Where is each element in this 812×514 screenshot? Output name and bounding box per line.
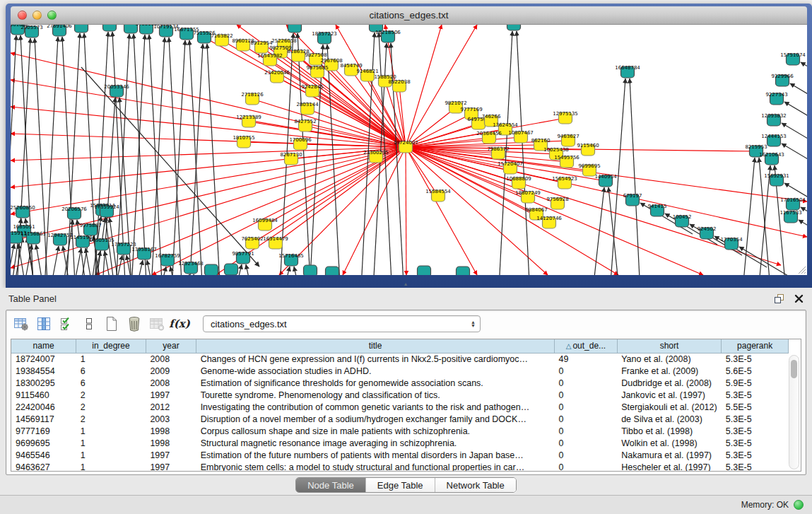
network-canvas[interactable]: 9361862290557327691406209055731085328715… xyxy=(11,25,807,275)
graph-node[interactable]: 12923468 xyxy=(178,261,204,274)
graph-node[interactable]: 100452 xyxy=(673,214,692,228)
graph-node[interactable]: 20387682 xyxy=(501,25,526,30)
table-cell[interactable]: 22420046 xyxy=(11,401,76,413)
graph-node[interactable]: 14120746 xyxy=(536,216,562,229)
table-cell[interactable]: Genome-wide association studies in ADHD. xyxy=(196,365,555,377)
new-table-icon[interactable] xyxy=(102,315,121,333)
graph-node[interactable]: 15654923 xyxy=(552,176,577,189)
table-cell[interactable]: 1998 xyxy=(146,425,196,437)
graph-node[interactable]: 1167533 xyxy=(779,210,801,223)
table-cell[interactable]: 1997 xyxy=(146,389,196,401)
table-cell[interactable]: 0 xyxy=(555,365,618,377)
table-row[interactable]: 1872400712008Changes of HCN gene express… xyxy=(11,353,789,365)
table-cell[interactable]: 2 xyxy=(76,413,146,425)
table-cell[interactable]: Changes of HCN gene expression and I(f) … xyxy=(196,353,555,365)
table-cell[interactable]: 5.3E-5 xyxy=(722,413,789,425)
table-cell[interactable]: 6 xyxy=(76,377,146,389)
table-cell[interactable]: 1997 xyxy=(146,461,196,472)
table-cell[interactable]: 2009 xyxy=(146,365,196,377)
table-cell[interactable]: 1998 xyxy=(146,437,196,449)
column-header-pagerank[interactable]: pagerank xyxy=(722,339,789,353)
table-cell[interactable]: 5.3E-5 xyxy=(722,425,789,437)
graph-node[interactable]: 7163822 xyxy=(211,33,233,47)
table-cell[interactable]: 9699695 xyxy=(11,437,76,449)
graph-node[interactable] xyxy=(457,267,470,275)
tab-edge-table[interactable]: Edge Table xyxy=(365,478,435,492)
table-cell[interactable]: de Silva et al. (2003) xyxy=(617,413,722,425)
table-cell[interactable]: 0 xyxy=(555,413,618,425)
graph-node[interactable]: 924502 xyxy=(698,226,717,240)
table-cell[interactable]: Estimation of the future numbers of pati… xyxy=(196,449,555,461)
table-cell[interactable]: 18300295 xyxy=(11,377,76,389)
graph-node[interactable]: 18807249 xyxy=(515,190,541,204)
table-cell[interactable]: Investigating the contribution of common… xyxy=(196,401,555,413)
table-cell[interactable]: Tibbo et al. (1998) xyxy=(617,425,722,437)
graph-node[interactable]: 7625402 xyxy=(241,236,263,250)
table-cell[interactable]: Embryonic stem cells: a model to study s… xyxy=(196,461,555,472)
table-cell[interactable]: Tourette syndrome. Phenomenology and cla… xyxy=(196,389,555,401)
table-row[interactable]: 1830029562008Estimation of significance … xyxy=(11,377,789,389)
select-rows-icon[interactable] xyxy=(57,315,76,333)
table-vertical-scrollbar[interactable] xyxy=(789,355,799,469)
table-row[interactable]: 946554611997Estimation of the future num… xyxy=(11,449,789,461)
graph-node[interactable]: 10688809 xyxy=(506,176,531,189)
table-cell[interactable]: 1 xyxy=(76,353,146,365)
graph-node[interactable]: 23420046 xyxy=(264,70,290,83)
table-cell[interactable]: 49 xyxy=(555,353,618,365)
table-cell[interactable]: 5.3E-5 xyxy=(722,389,789,401)
table-cell[interactable]: 0 xyxy=(555,401,618,413)
graph-node[interactable]: 1440954 xyxy=(594,174,617,187)
row-height-icon[interactable] xyxy=(80,315,98,333)
table-cell[interactable]: 0 xyxy=(555,449,618,461)
graph-node[interactable] xyxy=(418,266,431,275)
table-cell[interactable]: 5.3E-5 xyxy=(722,461,789,472)
select-columns-icon[interactable] xyxy=(35,315,53,333)
table-cell[interactable]: Jankovic et al. (1997) xyxy=(617,389,722,401)
table-cell[interactable]: 0 xyxy=(555,389,618,401)
graph-node[interactable]: 9875685 xyxy=(306,65,328,78)
table-cell[interactable]: 5.5E-5 xyxy=(722,401,789,413)
table-cell[interactable]: Structural magnetic resonance image aver… xyxy=(196,437,555,449)
graph-node[interactable]: 15584554 xyxy=(425,189,451,202)
graph-node[interactable]: 16210643 xyxy=(759,152,784,165)
graph-node[interactable]: 16648784 xyxy=(615,65,640,78)
graph-node[interactable] xyxy=(304,265,317,275)
graph-node[interactable]: 9227343 xyxy=(765,92,787,105)
graph-node[interactable]: 9463627 xyxy=(557,134,579,147)
table-cell[interactable]: 0 xyxy=(555,377,618,389)
column-header-title[interactable]: title xyxy=(196,339,555,353)
delete-attributes-icon[interactable] xyxy=(125,315,143,333)
table-cell[interactable]: Disruption of a novel member of a sodium… xyxy=(196,413,555,425)
table-source-dropdown[interactable]: citations_edges.txt ▲▼ xyxy=(203,315,481,332)
graph-node[interactable] xyxy=(326,267,339,275)
table-cell[interactable]: 2 xyxy=(76,401,146,413)
close-panel-icon[interactable] xyxy=(794,294,804,303)
graph-node[interactable]: 2803144 xyxy=(296,102,319,115)
table-cell[interactable]: Estimation of significance thresholds fo… xyxy=(196,377,555,389)
graph-node[interactable]: 25260850 xyxy=(11,205,35,218)
table-row[interactable]: 969969511998Structural magnetic resonanc… xyxy=(11,437,789,449)
table-cell[interactable]: 9115460 xyxy=(11,389,76,401)
graph-node[interactable]: 10807467 xyxy=(508,130,534,144)
table-row[interactable]: 977716911998Corpus callosum shape and si… xyxy=(11,425,789,437)
table-cell[interactable]: Corpus callosum shape and size in male p… xyxy=(196,425,555,437)
table-cell[interactable]: 19384554 xyxy=(11,365,76,377)
table-cell[interactable]: 14569117 xyxy=(11,413,76,425)
table-cell[interactable]: 0 xyxy=(555,425,618,437)
graph-node[interactable]: 9329966 xyxy=(771,74,794,87)
table-row[interactable]: 946362711997Embryonic stem cells: a mode… xyxy=(11,461,789,472)
graph-node[interactable]: 20364456 xyxy=(476,131,502,144)
table-cell[interactable]: Dudbridge et al. (2008) xyxy=(617,377,722,389)
table-cell[interactable]: 0 xyxy=(555,461,618,472)
table-cell[interactable]: 1 xyxy=(76,449,146,461)
table-cell[interactable]: 2 xyxy=(76,389,146,401)
column-header-out_de[interactable]: △out_de... xyxy=(555,339,618,353)
function-builder-icon[interactable]: f(x) xyxy=(170,315,189,333)
float-panel-icon[interactable] xyxy=(774,293,784,304)
table-cell[interactable]: 1 xyxy=(76,437,146,449)
graph-node[interactable]: 16033809 xyxy=(282,25,307,33)
resize-grip-icon[interactable] xyxy=(796,264,806,274)
table-cell[interactable]: 9465546 xyxy=(11,449,76,461)
table-settings-icon[interactable] xyxy=(12,315,30,333)
table-row[interactable]: 1938455462009Genome-wide association stu… xyxy=(11,365,789,377)
